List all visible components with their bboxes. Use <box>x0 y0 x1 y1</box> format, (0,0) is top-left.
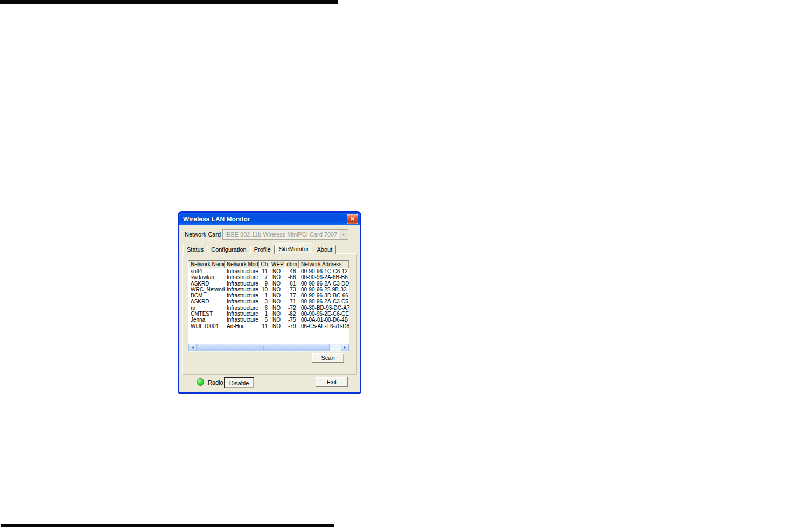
table-cell: 11 <box>259 323 270 329</box>
table-row[interactable]: BCMInfrastructure1NO-7700-90-96-3D-BC-66 <box>188 293 349 298</box>
table-cell: 1 <box>259 293 270 298</box>
table-cell: Infrastructure <box>225 317 259 323</box>
column-header[interactable]: Network Mode <box>225 261 259 268</box>
page-footnote-rule <box>1 524 334 527</box>
table-row[interactable]: roInfrastructure6NO-7200-30-BD-93-DC-A7 <box>188 305 349 311</box>
table-cell: WIJET0001 <box>188 323 225 329</box>
table-cell: NO <box>270 268 285 274</box>
dropdown-button[interactable]: ▼ <box>339 230 348 239</box>
table-cell: 00-90-96-3D-BC-66 <box>299 293 349 298</box>
scroll-left-icon: ◄ <box>191 345 194 349</box>
scroll-left-button[interactable]: ◄ <box>188 344 197 351</box>
table-cell: 5 <box>259 317 270 323</box>
table-cell: 6 <box>259 305 270 311</box>
network-card-combobox[interactable]: IEEE 802.11b Wireless MiniPCI Card 7007 … <box>222 229 348 240</box>
table-cell: 00-0A-01-00-D6-4B <box>299 317 349 323</box>
horizontal-scrollbar[interactable]: ◄ ► <box>188 344 349 351</box>
table-row[interactable]: ASKRDInfrastructure9NO-6100-90-96-2A-C3-… <box>188 281 349 287</box>
page-header-rule <box>0 0 338 4</box>
tab-strip: Status Configuration Profile SiteMonitor… <box>183 242 336 254</box>
table-cell: 10 <box>259 287 270 293</box>
table-cell: NO <box>270 311 285 317</box>
tab-profile[interactable]: Profile <box>250 245 275 254</box>
table-cell: ASKRD <box>188 281 225 287</box>
table-cell: NO <box>270 274 285 280</box>
column-header[interactable]: Ch <box>259 261 270 268</box>
table-cell: -68 <box>285 274 299 280</box>
table-cell: -71 <box>285 298 299 304</box>
table-cell: BCM <box>188 293 225 298</box>
table-cell: -75 <box>285 317 299 323</box>
sitemonitor-tab-page: Network NameNetwork ModeChWEPdbmNetwork … <box>182 253 356 374</box>
scrollbar-track[interactable] <box>197 344 341 351</box>
table-row[interactable]: JennaInfrastructure5NO-7500-0A-01-00-D6-… <box>188 317 349 323</box>
table-cell: Infrastructure <box>225 281 259 287</box>
column-header[interactable]: Network Address <box>299 261 349 268</box>
column-header[interactable]: dbm <box>285 261 299 268</box>
table-cell: Infrastructure <box>225 305 259 311</box>
table-cell: -48 <box>285 268 299 274</box>
table-cell: NO <box>270 293 285 298</box>
table-row[interactable]: swdawlanInfrastructure7NO-6800-90-96-2A-… <box>188 274 349 280</box>
table-cell: 00-90-96-25-9B-33 <box>299 287 349 293</box>
table-cell: ASKRD <box>188 298 225 304</box>
table-cell: 7 <box>259 274 270 280</box>
window-title: Wireless LAN Monitor <box>183 216 347 223</box>
document-page: Wireless LAN Monitor ✕ Network Card IEEE… <box>0 0 812 528</box>
table-cell: Infrastructure <box>225 268 259 274</box>
chevron-down-icon: ▼ <box>342 233 346 237</box>
tab-sitemonitor[interactable]: SiteMonitor <box>275 243 313 254</box>
table-cell: 9 <box>259 281 270 287</box>
table-cell: 00-90-96-2E-C6-CE <box>299 311 349 317</box>
scrollbar-thumb[interactable] <box>197 344 330 351</box>
network-card-value: IEEE 802.11b Wireless MiniPCI Card 7007 <box>223 230 339 239</box>
table-cell: Jenna <box>188 317 225 323</box>
table-cell: -73 <box>285 287 299 293</box>
table-cell: -77 <box>285 293 299 298</box>
table-cell: -82 <box>285 311 299 317</box>
table-cell: 00-90-96-2A-6B-B6 <box>299 274 349 280</box>
table-cell: Infrastructure <box>225 298 259 304</box>
tab-about[interactable]: About <box>313 245 336 254</box>
radio-label: Radio <box>208 379 223 386</box>
table-cell: 3 <box>259 298 270 304</box>
table-cell: soft4 <box>188 268 225 274</box>
tab-status[interactable]: Status <box>183 245 207 254</box>
table-cell: NO <box>270 281 285 287</box>
titlebar[interactable]: Wireless LAN Monitor ✕ <box>179 213 360 225</box>
table-row[interactable]: WIJET0001Ad-Hoc11NO-7906-C5-AE-E6-70-D8 <box>188 323 349 329</box>
column-header[interactable]: WEP <box>270 261 285 268</box>
scroll-right-button[interactable]: ► <box>341 344 349 351</box>
close-button[interactable]: ✕ <box>347 214 358 224</box>
table-cell: 00-30-BD-93-DC-A7 <box>299 305 349 311</box>
close-icon: ✕ <box>350 216 355 222</box>
table-cell: Infrastructure <box>225 274 259 280</box>
dialog-client-area: Network Card IEEE 802.11b Wireless MiniP… <box>179 225 360 392</box>
radio-status-led <box>197 378 204 386</box>
table-cell: Infrastructure <box>225 287 259 293</box>
table-row[interactable]: CMTESTInfrastructure1NO-8200-90-96-2E-C6… <box>188 311 349 317</box>
disable-button[interactable]: Disable <box>224 377 254 388</box>
scroll-right-icon: ► <box>343 345 347 349</box>
table-cell: WRC_Network <box>188 287 225 293</box>
table-cell: NO <box>270 305 285 311</box>
listview-header-row: Network NameNetwork ModeChWEPdbmNetwork … <box>188 261 349 268</box>
table-cell: 06-C5-AE-E6-70-D8 <box>299 323 349 329</box>
wireless-lan-monitor-window: Wireless LAN Monitor ✕ Network Card IEEE… <box>178 211 361 394</box>
table-row[interactable]: soft4Infrastructure11NO-4800-90-96-1C-C6… <box>188 268 349 274</box>
table-cell: Infrastructure <box>225 311 259 317</box>
table-cell: -79 <box>285 323 299 329</box>
table-cell: Infrastructure <box>225 293 259 298</box>
table-cell: 1 <box>259 311 270 317</box>
table-cell: 11 <box>259 268 270 274</box>
scrollbar-grip <box>261 346 265 350</box>
tab-configuration[interactable]: Configuration <box>207 245 250 254</box>
network-card-label: Network Card <box>185 231 221 238</box>
network-listview[interactable]: Network NameNetwork ModeChWEPdbmNetwork … <box>188 260 349 352</box>
exit-button[interactable]: Exit <box>316 377 348 387</box>
table-cell: -72 <box>285 305 299 311</box>
table-row[interactable]: WRC_NetworkInfrastructure10NO-7300-90-96… <box>188 287 349 293</box>
scan-button[interactable]: Scan <box>312 353 344 363</box>
table-row[interactable]: ASKRDInfrastructure3NO-7100-90-96-2A-C3-… <box>188 298 349 304</box>
column-header[interactable]: Network Name <box>188 261 225 268</box>
